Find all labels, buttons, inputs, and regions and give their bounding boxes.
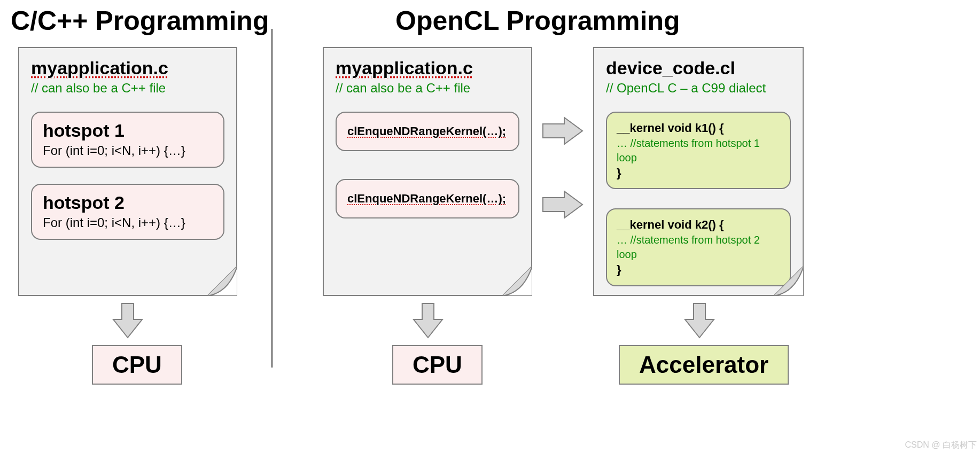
- device-file-box: device_code.cl // OpenCL C – a C99 diale…: [593, 47, 804, 296]
- kernel-call-2-box: clEnqueNDRangeKernel(…);: [336, 179, 519, 218]
- kernel-1-sig-open: __kernel void k1() {: [617, 120, 780, 136]
- device-target-box: Accelerator: [619, 345, 789, 385]
- host-file-box: myapplication.c // can also be a C++ fil…: [323, 47, 532, 296]
- device-file-comment: // OpenCL C – a C99 dialect: [606, 81, 791, 96]
- right-section-title: OpenCL Programming: [395, 5, 680, 36]
- kernel-1-box: __kernel void k1() { … //statements from…: [606, 112, 791, 189]
- host-file-comment: // can also be a C++ file: [336, 81, 519, 96]
- kernel-call-2-text: clEnqueNDRangeKernel(…);: [347, 192, 506, 205]
- left-target-box: CPU: [92, 345, 182, 385]
- hotspot-2-code: For (int i=0; i<N, i++) {…}: [43, 215, 213, 230]
- left-file-box: myapplication.c // can also be a C++ fil…: [18, 47, 237, 296]
- page-fold-icon: [774, 266, 804, 296]
- down-arrow-icon: [681, 300, 718, 342]
- right-arrow-icon: [540, 188, 586, 221]
- page-fold-icon: [502, 266, 532, 296]
- kernel-call-1-box: clEnqueNDRangeKernel(…);: [336, 112, 519, 151]
- kernel-2-body: … //statements from hotspot 2 loop: [617, 233, 780, 262]
- host-file-name: myapplication.c: [336, 58, 519, 79]
- hotspot-1-title: hotspot 1: [43, 120, 213, 141]
- down-arrow-icon: [109, 300, 146, 342]
- right-arrow-icon: [540, 114, 586, 147]
- kernel-2-sig-open: __kernel void k2() {: [617, 217, 780, 233]
- hotspot-2-box: hotspot 2 For (int i=0; i<N, i++) {…}: [31, 184, 224, 240]
- page-fold-icon: [207, 266, 237, 296]
- kernel-2-box: __kernel void k2() { … //statements from…: [606, 208, 791, 286]
- kernel-call-1-text: clEnqueNDRangeKernel(…);: [347, 124, 506, 138]
- kernel-1-sig-close: }: [617, 165, 780, 181]
- device-file-name: device_code.cl: [606, 58, 791, 79]
- down-arrow-icon: [409, 300, 447, 342]
- hotspot-2-title: hotspot 2: [43, 192, 213, 213]
- left-section-title: C/C++ Programming: [11, 5, 269, 36]
- kernel-2-sig-close: }: [617, 262, 780, 278]
- hotspot-1-code: For (int i=0; i<N, i++) {…}: [43, 143, 213, 158]
- kernel-1-body: … //statements from hotspot 1 loop: [617, 136, 780, 165]
- left-file-name: myapplication.c: [31, 58, 224, 79]
- watermark-text: CSDN @ 白杨树下: [905, 440, 977, 451]
- left-file-comment: // can also be a C++ file: [31, 81, 224, 96]
- host-target-box: CPU: [392, 345, 483, 385]
- vertical-divider: [271, 29, 273, 368]
- hotspot-1-box: hotspot 1 For (int i=0; i<N, i++) {…}: [31, 112, 224, 168]
